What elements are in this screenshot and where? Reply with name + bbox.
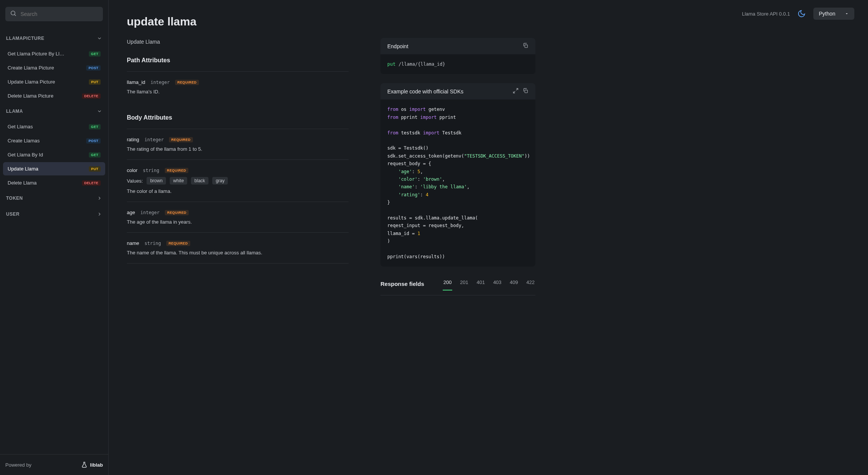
caret-down-icon [844, 11, 849, 16]
param-name-field: name string REQUIRED The name of the lla… [127, 232, 349, 264]
flask-icon [81, 461, 88, 468]
expand-button[interactable] [513, 88, 519, 95]
liblab-logo[interactable]: liblab [81, 461, 103, 468]
sidebar-footer: Powered by liblab [0, 454, 108, 475]
method-badge: POST [86, 138, 101, 144]
method-badge: PUT [89, 166, 101, 172]
sidebar-item-label: Get Llamas [8, 124, 33, 129]
page-subtitle: Update Llama [127, 39, 349, 45]
response-block: Response fields 200 201 401 403 409 422 [380, 277, 535, 295]
right-panel: Endpoint put /llama/{llama_id} Example c… [367, 0, 549, 475]
sidebar-item-delete-llama[interactable]: Delete Llama DELETE [3, 176, 105, 189]
param-type: string [143, 168, 159, 173]
language-label: Python [819, 11, 835, 17]
svg-rect-2 [525, 45, 527, 47]
status-tab-200[interactable]: 200 [443, 277, 453, 290]
endpoint-header: Endpoint [387, 43, 408, 49]
section-header-llama[interactable]: LLAMA [3, 103, 105, 119]
required-badge: REQUIRED [165, 168, 189, 173]
section-header-user[interactable]: USER [3, 206, 105, 222]
param-type: integer [150, 80, 170, 85]
sidebar-item-get-llama-by-id[interactable]: Get Llama By Id GET [3, 148, 105, 161]
http-verb: put [387, 60, 396, 68]
svg-rect-5 [525, 90, 527, 93]
sidebar-item-label: Delete Llama [8, 180, 37, 186]
param-desc: The llama's ID. [127, 89, 349, 95]
copy-button[interactable] [522, 88, 529, 95]
sidebar: LLAMAPICTURE Get Llama Picture By Ll… GE… [0, 0, 109, 475]
param-llama-id: llama_id integer REQUIRED The llama's ID… [127, 71, 349, 102]
path-attributes-heading: Path Attributes [127, 57, 349, 64]
section-header-llamapicture[interactable]: LLAMAPICTURE [3, 30, 105, 46]
sidebar-item-create-llama-picture[interactable]: Create Llama Picture POST [3, 61, 105, 74]
powered-by-label: Powered by [5, 462, 32, 468]
param-type: integer [145, 137, 164, 142]
section-label: LLAMA [6, 109, 23, 114]
value-chip: black [191, 177, 208, 185]
sidebar-item-update-llama[interactable]: Update Llama PUT [3, 162, 105, 175]
param-type: string [145, 241, 161, 246]
param-name: llama_id [127, 79, 145, 85]
sidebar-item-delete-llama-picture[interactable]: Delete Llama Picture DELETE [3, 89, 105, 103]
search-box[interactable] [5, 7, 103, 21]
status-tab-403[interactable]: 403 [492, 277, 502, 290]
sidebar-item-get-llama-picture[interactable]: Get Llama Picture By Ll… GET [3, 47, 105, 60]
chevron-down-icon [97, 109, 102, 114]
search-input[interactable] [21, 11, 98, 17]
copy-button[interactable] [522, 43, 529, 50]
param-name: color [127, 167, 137, 173]
section-label: TOKEN [6, 196, 23, 201]
required-badge: REQUIRED [165, 210, 189, 215]
nav-scroll[interactable]: LLAMAPICTURE Get Llama Picture By Ll… GE… [0, 28, 108, 454]
status-tab-201[interactable]: 201 [459, 277, 469, 290]
chevron-right-icon [97, 211, 102, 217]
param-name: rating [127, 137, 139, 142]
divider [380, 295, 535, 295]
value-chip: gray [212, 177, 228, 185]
copy-icon [522, 43, 529, 49]
sidebar-item-get-llamas[interactable]: Get Llamas GET [3, 120, 105, 133]
status-tab-409[interactable]: 409 [509, 277, 519, 290]
sidebar-item-label: Update Llama Picture [8, 79, 55, 85]
sidebar-item-label: Get Llama Picture By Ll… [8, 51, 65, 57]
expand-icon [513, 88, 519, 94]
api-meta: Llama Store API 0.0.1 [742, 11, 790, 17]
svg-point-0 [11, 11, 15, 15]
sidebar-item-label: Update Llama [8, 166, 38, 172]
param-desc: The name of the llama. This must be uniq… [127, 250, 349, 256]
svg-line-4 [513, 92, 515, 93]
required-badge: REQUIRED [169, 137, 193, 142]
method-badge: DELETE [82, 93, 101, 99]
section-label: LLAMAPICTURE [6, 36, 44, 41]
method-badge: GET [89, 124, 101, 129]
method-badge: GET [89, 152, 101, 158]
values-label: Values: [127, 178, 143, 184]
section-header-token[interactable]: TOKEN [3, 190, 105, 206]
sidebar-item-label: Create Llamas [8, 138, 40, 144]
required-badge: REQUIRED [166, 241, 190, 246]
sidebar-item-create-llamas[interactable]: Create Llamas POST [3, 134, 105, 147]
param-age: age integer REQUIRED The age of the llam… [127, 202, 349, 232]
sidebar-item-update-llama-picture[interactable]: Update Llama Picture PUT [3, 75, 105, 88]
sidebar-item-label: Get Llama By Id [8, 152, 43, 158]
method-badge: PUT [89, 79, 101, 85]
status-tab-401[interactable]: 401 [476, 277, 486, 290]
search-icon [10, 10, 17, 18]
value-chip: brown [147, 177, 166, 185]
chevron-right-icon [97, 196, 102, 201]
endpoint-card: Endpoint put /llama/{llama_id} [380, 38, 535, 74]
status-tab-422[interactable]: 422 [526, 277, 535, 290]
section-label: USER [6, 211, 19, 217]
language-select[interactable]: Python [813, 8, 854, 20]
example-card: Example code with official SDKs from os … [380, 83, 535, 267]
method-badge: POST [86, 65, 101, 71]
example-header: Example code with official SDKs [387, 88, 464, 95]
param-name: name [127, 240, 139, 246]
chevron-down-icon [97, 36, 102, 41]
value-chip: white [170, 177, 187, 185]
moon-icon[interactable] [797, 9, 806, 18]
response-title: Response fields [380, 281, 424, 287]
sidebar-item-label: Delete Llama Picture [8, 93, 54, 99]
topbar: Llama Store API 0.0.1 Python [742, 8, 854, 20]
method-badge: DELETE [82, 180, 101, 186]
